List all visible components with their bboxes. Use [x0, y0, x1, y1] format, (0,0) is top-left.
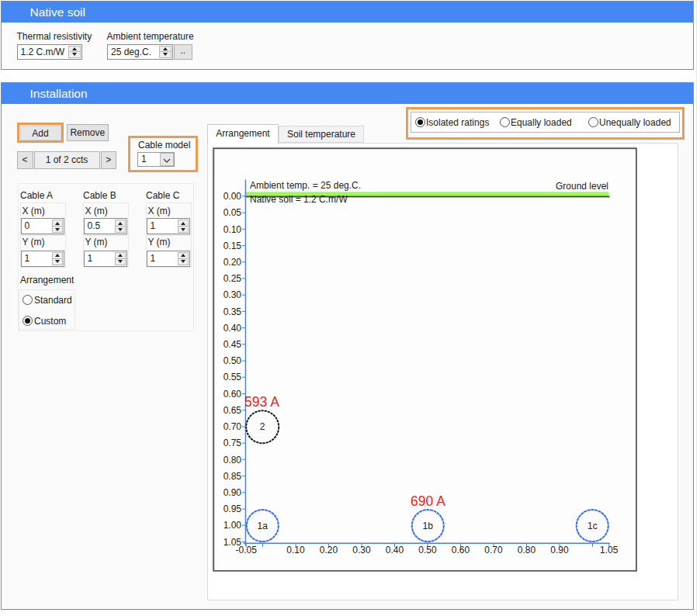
svg-text:0.20: 0.20	[320, 545, 338, 555]
svg-text:1.05: 1.05	[600, 545, 619, 555]
svg-text:0.55: 0.55	[224, 372, 242, 382]
svg-text:0.70: 0.70	[484, 545, 503, 555]
svg-text:0.30: 0.30	[224, 289, 242, 300]
svg-text:Ground level: Ground level	[556, 181, 608, 192]
svg-text:2: 2	[260, 421, 265, 432]
svg-text:0.80: 0.80	[518, 545, 536, 555]
svg-text:0.45: 0.45	[224, 339, 242, 350]
svg-text:0.10: 0.10	[224, 224, 242, 235]
svg-text:0.20: 0.20	[224, 257, 242, 268]
svg-text:0.90: 0.90	[550, 545, 569, 555]
svg-text:0.90: 0.90	[224, 487, 242, 498]
svg-text:1b: 1b	[423, 521, 434, 531]
svg-text:0.80: 0.80	[224, 455, 242, 465]
svg-text:0.75: 0.75	[224, 438, 242, 448]
svg-text:0.70: 0.70	[224, 421, 242, 432]
svg-text:690 A: 690 A	[411, 493, 445, 509]
svg-text:0.30: 0.30	[352, 545, 371, 555]
svg-text:0.05: 0.05	[224, 207, 242, 218]
svg-text:Native soil = 1.2 C.m/W: Native soil = 1.2 C.m/W	[250, 194, 348, 205]
svg-text:0.50: 0.50	[418, 545, 437, 555]
svg-text:Ambient temp. = 25 deg.C.: Ambient temp. = 25 deg.C.	[250, 180, 361, 191]
svg-text:-0.05: -0.05	[236, 545, 258, 555]
svg-text:0.85: 0.85	[224, 471, 242, 482]
svg-text:0.40: 0.40	[224, 323, 242, 334]
svg-text:0.60: 0.60	[224, 389, 242, 400]
svg-text:0.35: 0.35	[224, 306, 242, 317]
svg-text:593 A: 593 A	[244, 394, 279, 410]
svg-text:1c: 1c	[587, 521, 598, 531]
svg-text:1.00: 1.00	[224, 520, 242, 531]
svg-text:0.15: 0.15	[224, 241, 242, 251]
svg-text:0.95: 0.95	[224, 504, 242, 514]
svg-text:0.10: 0.10	[286, 545, 305, 555]
svg-text:0.00: 0.00	[224, 191, 242, 202]
svg-text:1a: 1a	[258, 521, 269, 531]
svg-text:0.65: 0.65	[224, 405, 242, 416]
svg-text:0.50: 0.50	[224, 355, 242, 366]
svg-text:0.40: 0.40	[386, 545, 404, 555]
svg-text:0.25: 0.25	[224, 273, 242, 284]
svg-text:0.60: 0.60	[452, 545, 470, 555]
